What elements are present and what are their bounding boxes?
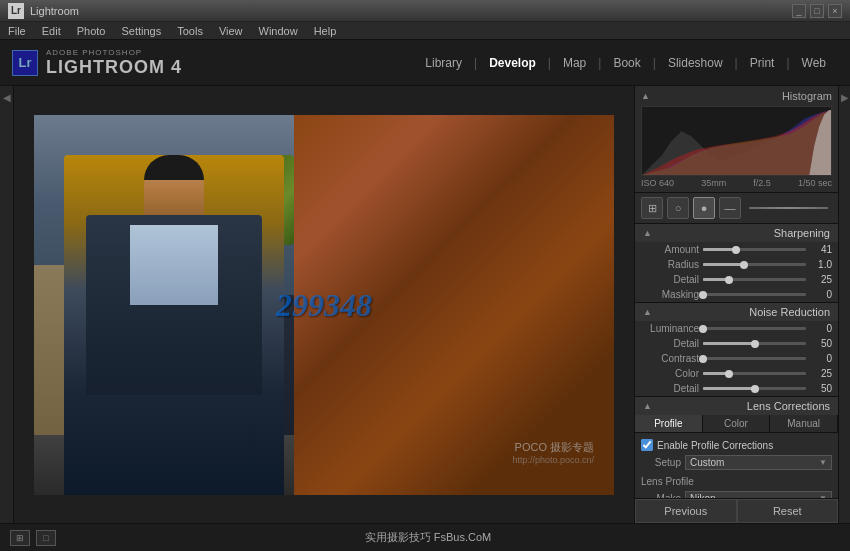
- lens-title: ▲ Lens Corrections: [635, 397, 838, 415]
- image-area: 299348 POCO 摄影专题 http://photo.poco.cn/: [14, 86, 634, 523]
- tool-gradient[interactable]: —: [719, 197, 741, 219]
- app-title: Lightroom: [30, 5, 79, 17]
- masking-label: Masking: [641, 289, 699, 300]
- menu-file[interactable]: File: [6, 25, 28, 37]
- right-panel-toggle[interactable]: ▶: [838, 86, 850, 523]
- enable-label: Enable Profile Corrections: [657, 440, 773, 451]
- sharpening-radius-row: Radius 1.0: [635, 257, 838, 272]
- close-button[interactable]: ×: [828, 4, 842, 18]
- lum-detail-slider[interactable]: [703, 342, 806, 345]
- amount-thumb[interactable]: [732, 246, 740, 254]
- setup-arrow: ▼: [819, 458, 827, 467]
- amount-slider[interactable]: [703, 248, 806, 251]
- tab-develop[interactable]: Develop: [477, 56, 548, 70]
- contrast-row: Contrast 0: [635, 351, 838, 366]
- reset-button[interactable]: Reset: [737, 499, 839, 523]
- maximize-button[interactable]: □: [810, 4, 824, 18]
- lens-profile-content: Enable Profile Corrections Setup Custom …: [635, 433, 838, 498]
- histogram-label: Histogram: [782, 90, 832, 102]
- histogram-stats: ISO 640 35mm f/2.5 1/50 sec: [641, 176, 832, 190]
- noise-label: Noise Reduction: [749, 306, 830, 318]
- make-row: Make Nikon ▼: [641, 489, 832, 498]
- color-detail-row: Detail 50: [635, 381, 838, 396]
- enable-checkbox[interactable]: [641, 439, 653, 451]
- lens-tab-profile[interactable]: Profile: [635, 415, 703, 432]
- histogram-title: ▲ Histogram: [641, 90, 832, 102]
- masking-value: 0: [810, 289, 832, 300]
- sharpening-detail-row: Detail 25: [635, 272, 838, 287]
- logo-area: Lr ADOBE PHOTOSHOP LIGHTROOM 4: [12, 48, 182, 78]
- menu-view[interactable]: View: [217, 25, 245, 37]
- titlebar: Lr Lightroom _ □ ×: [0, 0, 850, 22]
- tool-heal[interactable]: ○: [667, 197, 689, 219]
- color-slider[interactable]: [703, 372, 806, 375]
- detail-thumb[interactable]: [725, 276, 733, 284]
- right-arrow-icon[interactable]: ▶: [841, 92, 849, 103]
- menu-help[interactable]: Help: [312, 25, 339, 37]
- menu-edit[interactable]: Edit: [40, 25, 63, 37]
- sharpening-title: ▲ Sharpening: [635, 224, 838, 242]
- menu-photo[interactable]: Photo: [75, 25, 108, 37]
- grid-view-btn[interactable]: ⊞: [10, 530, 30, 546]
- tab-library[interactable]: Library: [413, 56, 474, 70]
- noise-arrow[interactable]: ▲: [643, 307, 652, 317]
- radius-label: Radius: [641, 259, 699, 270]
- bottom-bar: ⊞ □ 实用摄影技巧 FsBus.CoM: [0, 523, 850, 551]
- tools-row: ⊞ ○ ● —: [635, 193, 838, 224]
- detail-slider[interactable]: [703, 278, 806, 281]
- main-layout: ◀: [0, 86, 850, 523]
- histogram-svg: [642, 107, 831, 175]
- tab-web[interactable]: Web: [790, 56, 838, 70]
- masking-slider[interactable]: [703, 293, 806, 296]
- noise-reduction-title: ▲ Noise Reduction: [635, 303, 838, 321]
- poco-watermark: POCO 摄影专题 http://photo.poco.cn/: [512, 440, 594, 465]
- menu-settings[interactable]: Settings: [119, 25, 163, 37]
- tool-crop[interactable]: ⊞: [641, 197, 663, 219]
- histogram-graph: [641, 106, 832, 176]
- lens-tab-color[interactable]: Color: [703, 415, 771, 432]
- left-panel-toggle[interactable]: ◀: [3, 92, 11, 103]
- tab-map[interactable]: Map: [551, 56, 598, 70]
- menu-window[interactable]: Window: [257, 25, 300, 37]
- photo-person: [64, 155, 284, 495]
- shutter-stat: 1/50 sec: [798, 178, 832, 188]
- left-panel: ◀: [0, 86, 14, 523]
- product-name: LIGHTROOM 4: [46, 57, 182, 78]
- setup-dropdown[interactable]: Custom ▼: [685, 455, 832, 470]
- sharpening-masking-row: Masking 0: [635, 287, 838, 302]
- luminance-row: Luminance 0: [635, 321, 838, 336]
- color-detail-value: 50: [810, 383, 832, 394]
- single-view-btn[interactable]: □: [36, 530, 56, 546]
- radius-slider[interactable]: [703, 263, 806, 266]
- tab-slideshow[interactable]: Slideshow: [656, 56, 735, 70]
- focal-stat: 35mm: [701, 178, 726, 188]
- tab-print[interactable]: Print: [738, 56, 787, 70]
- window-controls[interactable]: _ □ ×: [792, 4, 842, 18]
- tab-book[interactable]: Book: [601, 56, 652, 70]
- lum-detail-label: Detail: [641, 338, 699, 349]
- lens-corrections-section: ▲ Lens Corrections Profile Color Manual …: [635, 397, 838, 498]
- app-icon: Lr: [8, 3, 24, 19]
- sharpening-arrow[interactable]: ▲: [643, 228, 652, 238]
- luminance-slider[interactable]: [703, 327, 806, 330]
- menu-tools[interactable]: Tools: [175, 25, 205, 37]
- lum-detail-value: 50: [810, 338, 832, 349]
- contrast-slider[interactable]: [703, 357, 806, 360]
- lens-tab-manual[interactable]: Manual: [770, 415, 838, 432]
- color-detail-slider[interactable]: [703, 387, 806, 390]
- lum-detail-row: Detail 50: [635, 336, 838, 351]
- tool-adjustment[interactable]: ●: [693, 197, 715, 219]
- noise-reduction-section: ▲ Noise Reduction Luminance 0 Detail 5: [635, 303, 838, 397]
- lens-label: Lens Corrections: [747, 400, 830, 412]
- color-label: Color: [641, 368, 699, 379]
- radius-thumb[interactable]: [740, 261, 748, 269]
- masking-thumb[interactable]: [699, 291, 707, 299]
- previous-button[interactable]: Previous: [635, 499, 737, 523]
- minimize-button[interactable]: _: [792, 4, 806, 18]
- right-panel: ▲ Histogram ISO 640: [634, 86, 838, 523]
- menubar: File Edit Photo Settings Tools View Wind…: [0, 22, 850, 40]
- make-dropdown[interactable]: Nikon ▼: [685, 491, 832, 498]
- lens-arrow[interactable]: ▲: [643, 401, 652, 411]
- contrast-label: Contrast: [641, 353, 699, 364]
- nav-tabs: Library | Develop | Map | Book | Slidesh…: [413, 56, 838, 70]
